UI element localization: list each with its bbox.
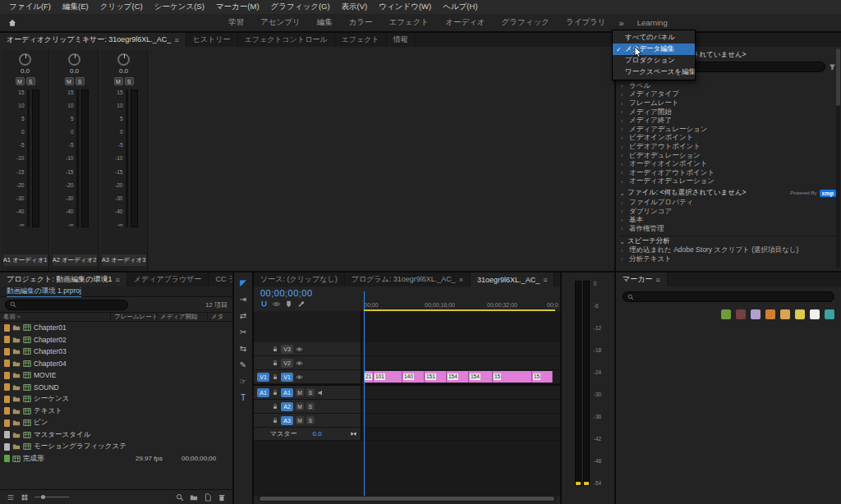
project-searchbox[interactable] — [5, 300, 128, 310]
snap-magnet-icon[interactable] — [260, 300, 268, 308]
metadata-section-row[interactable]: › ファイルプロパティ — [619, 199, 836, 208]
column-meta[interactable]: メタ — [208, 313, 232, 321]
timeline-clip[interactable]: 21 — [364, 371, 374, 383]
workspace-menu-item[interactable]: ✓ プロダクション — [613, 55, 695, 66]
workspace-tab[interactable]: オーディオ — [437, 17, 493, 28]
panel-tab[interactable]: 情報 ≡ — [387, 33, 416, 47]
mute-button[interactable]: M — [296, 416, 304, 424]
panel-tab[interactable]: エフェクトコントロール ≡ — [238, 33, 335, 47]
add-marker-icon[interactable] — [285, 300, 292, 308]
pan-value[interactable]: 0.0 — [70, 67, 79, 75]
metadata-property-row[interactable]: ‹ メディアデュレーション — [619, 126, 836, 135]
panel-tab[interactable]: エフェクト ≡ — [335, 33, 387, 47]
thumbnail-zoom-slider[interactable] — [34, 497, 69, 497]
timeline-clip[interactable]: 101 — [374, 371, 402, 383]
tool-button[interactable]: ☞ — [237, 376, 250, 387]
linked-selection-icon[interactable] — [273, 300, 280, 308]
label-color-chip[interactable] — [4, 407, 10, 415]
workspace-tab[interactable]: アセンブリ — [252, 17, 309, 28]
eye-icon[interactable] — [296, 360, 303, 367]
menu-item[interactable]: クリップ(C) — [94, 2, 149, 12]
marker-color-swatch[interactable] — [795, 309, 805, 319]
speech-row[interactable]: › 分析テキスト — [619, 255, 836, 264]
pan-knob[interactable] — [68, 53, 80, 66]
tool-button[interactable]: T — [237, 392, 250, 403]
metadata-scrollbar[interactable] — [836, 48, 840, 268]
panel-menu-icon[interactable]: ≡ — [115, 276, 119, 284]
close-icon[interactable]: × — [459, 276, 463, 284]
track-target-v2[interactable]: V2 — [281, 359, 293, 368]
marker-color-swatch[interactable] — [780, 309, 790, 319]
panel-menu-icon[interactable]: ≡ — [174, 36, 178, 44]
menu-item[interactable]: ウィンドウ(W) — [373, 2, 437, 12]
workspace-menu-item[interactable]: ✓ メタデータ編集 — [613, 44, 695, 55]
time-ruler[interactable]: 00;0000;00;16;0000;00;32;0000;0 — [362, 286, 560, 311]
marker-color-swatch[interactable] — [825, 309, 834, 319]
timeline-clip[interactable]: 140 — [402, 371, 425, 383]
timeline-clip[interactable]: 15 — [532, 371, 553, 383]
tool-button[interactable]: ✎ — [237, 360, 250, 370]
home-icon[interactable] — [8, 19, 16, 27]
find-icon[interactable] — [176, 493, 184, 502]
project-item-row[interactable]: Chapter01 — [0, 322, 232, 334]
workspace-menu-item[interactable]: ✓ すべてのパネル — [613, 32, 695, 44]
lock-icon[interactable] — [272, 346, 278, 352]
track-target-a3[interactable]: A3 — [281, 416, 293, 425]
marker-color-swatch[interactable] — [810, 309, 820, 319]
mute-button[interactable]: M — [296, 388, 304, 396]
tool-button[interactable]: ✂ — [237, 327, 250, 337]
label-color-chip[interactable] — [4, 336, 10, 343]
solo-button[interactable]: S — [26, 77, 35, 85]
menu-item[interactable]: 表示(V) — [336, 2, 374, 12]
label-color-chip[interactable] — [4, 396, 10, 403]
timeline-horizontal-scrollbar[interactable] — [258, 496, 556, 502]
metadata-property-row[interactable]: ‹ オーディオアウトポイント — [619, 169, 836, 178]
track-lane-v1[interactable]: 21 101 140 151 154 154 — [362, 370, 560, 383]
marker-color-swatch[interactable] — [721, 309, 731, 319]
new-bin-icon[interactable] — [190, 493, 198, 502]
column-name[interactable]: 名前 ^ — [0, 313, 111, 321]
source-patch-v1[interactable]: V1 — [257, 373, 269, 382]
master-bind-icon[interactable] — [350, 430, 357, 438]
track-target-v3[interactable]: V3 — [281, 345, 293, 354]
speech-row[interactable]: › 埋め込まれた Adobe Story スクリプト (選択項目なし) — [619, 246, 836, 255]
timeline-settings-wrench-icon[interactable] — [297, 300, 305, 308]
project-search-input[interactable] — [20, 300, 123, 309]
project-item-row[interactable]: マスタースタイル — [0, 429, 232, 442]
label-color-chip[interactable] — [4, 324, 10, 332]
project-item-row[interactable]: シーケンス — [0, 393, 232, 405]
icon-view-icon[interactable] — [21, 493, 29, 502]
lock-icon[interactable] — [272, 360, 278, 366]
workspace-tab[interactable]: グラフィック — [494, 17, 558, 28]
label-color-chip[interactable] — [4, 455, 10, 462]
metadata-section-row[interactable]: › 基本 — [619, 216, 836, 225]
panel-tab[interactable]: CC ライブラリ ≡ — [209, 273, 232, 286]
volume-fader[interactable] — [126, 89, 128, 227]
project-item-row[interactable]: ピン — [0, 417, 232, 429]
project-item-row[interactable]: Chapter04 — [0, 358, 232, 370]
workspace-overflow-button[interactable]: » — [614, 18, 629, 28]
label-color-chip[interactable] — [4, 372, 10, 379]
workspace-tab[interactable]: 編集 — [309, 17, 341, 28]
panel-tab[interactable]: オーディオクリップミキサー: 31oegr9l6XL._AC_ ≡ — [0, 33, 186, 47]
label-color-chip[interactable] — [4, 383, 10, 391]
workspace-tab[interactable]: エフェクト — [381, 17, 438, 28]
file-section-header[interactable]: ⌄ ファイル: <何も選択されていません> Powered By xmp — [619, 188, 836, 199]
track-target-a1[interactable]: A1 — [281, 388, 293, 397]
project-item-row[interactable]: Chapter02 — [0, 334, 232, 346]
pan-knob[interactable] — [19, 53, 31, 66]
scrollbar-thumb[interactable] — [836, 48, 840, 106]
track-lane-master[interactable] — [362, 428, 560, 440]
label-color-chip[interactable] — [4, 443, 10, 451]
solo-button[interactable]: S — [306, 416, 315, 424]
timeline-clip[interactable]: 154 — [469, 371, 493, 383]
playhead-line[interactable] — [364, 311, 365, 496]
mute-button[interactable]: M — [296, 402, 304, 410]
mute-button[interactable]: M — [114, 77, 123, 85]
project-item-row[interactable]: モーショングラフィックステ — [0, 441, 232, 453]
metadata-property-row[interactable]: ‹ ビデオデュレーション — [619, 151, 836, 160]
solo-button[interactable]: S — [306, 388, 315, 396]
label-color-chip[interactable] — [4, 360, 10, 367]
pan-value[interactable]: 0.0 — [21, 67, 30, 75]
metadata-property-row[interactable]: ‹ メディア開始 — [619, 108, 836, 117]
